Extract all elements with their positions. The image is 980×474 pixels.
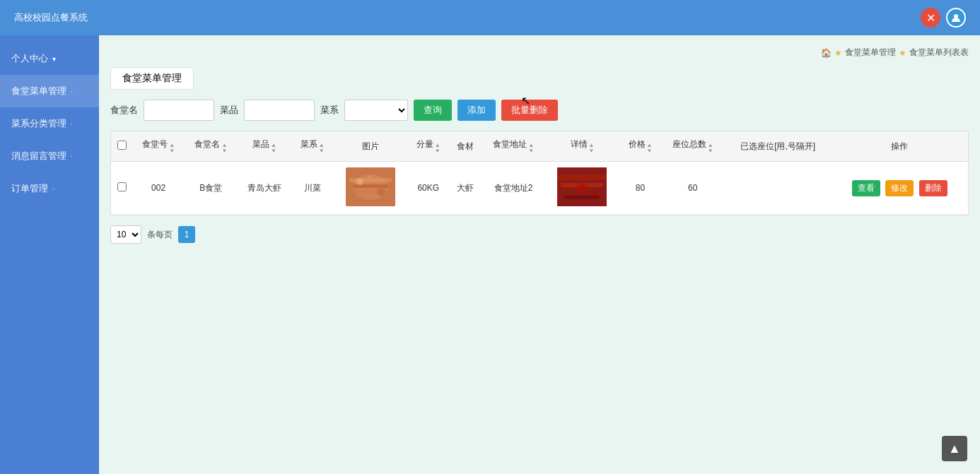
row-portion: 60KG [407, 162, 449, 215]
row-canteen-no: 002 [132, 162, 185, 215]
chevron-down-icon: ▾ [52, 55, 56, 63]
breadcrumb-star-2: ★ [899, 48, 906, 58]
row-image-cell [333, 162, 407, 215]
food-image-svg [346, 167, 395, 206]
sidebar-item-canteen-menu[interactable]: 食堂菜单管理 · [0, 75, 99, 107]
row-canteen-name: B食堂 [185, 162, 237, 215]
sidebar: 个人中心 ▾ 食堂菜单管理 · 菜系分类管理 · 消息留言管理 · 订单管理 · [0, 35, 99, 474]
breadcrumb-home-icon: 🏠 [821, 48, 832, 58]
header-icons: ✕ [921, 8, 966, 28]
row-dish-name: 青岛大虾 [237, 162, 291, 215]
sidebar-item-category-mgmt[interactable]: 菜系分类管理 · [0, 107, 99, 140]
sidebar-item-order-mgmt[interactable]: 订单管理 · [0, 172, 99, 205]
food-image [346, 167, 395, 206]
th-dish-name: 菜品▲▼ [237, 131, 291, 162]
table-row: 002 B食堂 青岛大虾 川菜 [111, 162, 968, 215]
svg-rect-4 [353, 184, 388, 188]
th-checkbox [111, 131, 132, 162]
row-checkbox-cell [111, 162, 132, 215]
row-price: 80 [619, 162, 661, 215]
canteen-label: 食堂名 [110, 104, 138, 117]
th-canteen-name: 食堂名▲▼ [185, 131, 237, 162]
chevron-right-icon: · [52, 185, 54, 193]
sidebar-item-personal-center[interactable]: 个人中心 ▾ [0, 42, 99, 75]
sidebar-item-label: 个人中心 [11, 52, 48, 65]
row-address: 食堂地址2 [482, 162, 545, 215]
dish-label: 菜品 [220, 104, 238, 117]
th-cuisine: 菜系▲▼ [291, 131, 333, 162]
data-table-container: 食堂号▲▼ 食堂名▲▼ 菜品▲▼ 菜系▲▼ 图片 分量▲▼ 食材 食堂地址▲▼ … [110, 131, 969, 215]
batch-delete-button[interactable]: 批量删除 [501, 100, 558, 121]
breadcrumb-star-1: ★ [834, 48, 842, 58]
breadcrumb-link-1[interactable]: 食堂菜单管理 [845, 47, 896, 59]
page-size-select[interactable]: 10 20 50 [110, 225, 141, 244]
chevron-right-icon: · [71, 88, 73, 95]
th-address: 食堂地址▲▼ [482, 131, 545, 162]
sidebar-item-label: 食堂菜单管理 [11, 85, 66, 97]
row-total-seats: 60 [661, 162, 725, 215]
cuisine-label: 菜系 [320, 104, 339, 117]
canteen-search-input[interactable] [144, 100, 214, 121]
dish-search-input[interactable] [244, 100, 315, 121]
row-checkbox[interactable] [117, 182, 127, 191]
content-area: 🏠 ★ 食堂菜单管理 ★ 食堂菜单列表表 食堂菜单管理 食堂名 菜品 菜系 川菜… [99, 35, 980, 474]
th-ingredients: 食材 [449, 131, 482, 162]
detail-image [557, 167, 607, 206]
header: 高校校园点餐系统 ✕ [0, 0, 980, 35]
th-total-seats: 座位总数▲▼ [661, 131, 725, 162]
breadcrumb: 🏠 ★ 食堂菜单管理 ★ 食堂菜单列表表 [110, 47, 969, 59]
svg-point-6 [356, 178, 363, 185]
svg-point-7 [377, 188, 385, 196]
detail-image-svg [557, 167, 607, 206]
main-layout: 个人中心 ▾ 食堂菜单管理 · 菜系分类管理 · 消息留言管理 · 订单管理 ·… [0, 35, 980, 474]
th-actions: 操作 [832, 131, 968, 162]
header-title: 高校校园点餐系统 [14, 11, 88, 24]
search-bar: 食堂名 菜品 菜系 川菜 粤菜 湘菜 查询 添加 批量删除 ↖ [110, 100, 969, 121]
row-ingredients: 大虾 [449, 162, 482, 215]
svg-rect-15 [564, 196, 600, 199]
page-number-1[interactable]: 1 [178, 226, 195, 243]
th-portion: 分量▲▼ [407, 131, 449, 162]
table-body: 002 B食堂 青岛大虾 川菜 [111, 162, 968, 215]
sidebar-item-label: 订单管理 [11, 182, 48, 195]
upload-button[interactable]: ▲ [942, 436, 967, 461]
th-detail: 详情▲▼ [545, 131, 619, 162]
th-canteen-no: 食堂号▲▼ [132, 131, 185, 162]
page-title: 食堂菜单管理 [122, 72, 182, 83]
row-detail-cell [545, 162, 619, 215]
svg-rect-10 [557, 174, 607, 180]
chevron-right-icon: · [71, 153, 73, 160]
row-cuisine: 川菜 [291, 162, 333, 215]
page-title-box: 食堂菜单管理 [110, 67, 194, 90]
user-button[interactable] [946, 8, 966, 28]
per-page-label: 条每页 [147, 229, 173, 241]
breadcrumb-link-2[interactable]: 食堂菜单列表表 [909, 47, 969, 59]
batch-delete-wrapper: 批量删除 ↖ [501, 100, 558, 121]
data-table: 食堂号▲▼ 食堂名▲▼ 菜品▲▼ 菜系▲▼ 图片 分量▲▼ 食材 食堂地址▲▼ … [111, 131, 968, 215]
row-actions-cell: 查看 修改 删除 [832, 162, 968, 215]
select-all-checkbox[interactable] [117, 141, 127, 150]
th-price: 价格▲▼ [619, 131, 661, 162]
pagination: 10 20 50 条每页 1 [110, 225, 969, 244]
edit-button[interactable]: 修改 [885, 180, 914, 196]
view-button[interactable]: 查看 [852, 180, 880, 196]
search-button[interactable]: 查询 [414, 100, 452, 121]
cuisine-select[interactable]: 川菜 粤菜 湘菜 [344, 100, 408, 121]
delete-button[interactable]: 删除 [919, 180, 947, 196]
svg-point-12 [564, 188, 572, 196]
row-selected-seats [725, 162, 832, 215]
add-button[interactable]: 添加 [457, 100, 496, 121]
table-header: 食堂号▲▼ 食堂名▲▼ 菜品▲▼ 菜系▲▼ 图片 分量▲▼ 食材 食堂地址▲▼ … [111, 131, 968, 162]
svg-point-8 [368, 175, 373, 181]
th-selected-seats: 已选座位[用,号隔开] [725, 131, 832, 162]
sidebar-item-label: 菜系分类管理 [11, 117, 66, 130]
svg-point-13 [576, 183, 588, 194]
th-image: 图片 [333, 131, 407, 162]
close-button[interactable]: ✕ [921, 8, 940, 28]
chevron-right-icon: · [71, 120, 73, 128]
sidebar-item-message-mgmt[interactable]: 消息留言管理 · [0, 140, 99, 172]
sidebar-item-label: 消息留言管理 [11, 150, 66, 162]
